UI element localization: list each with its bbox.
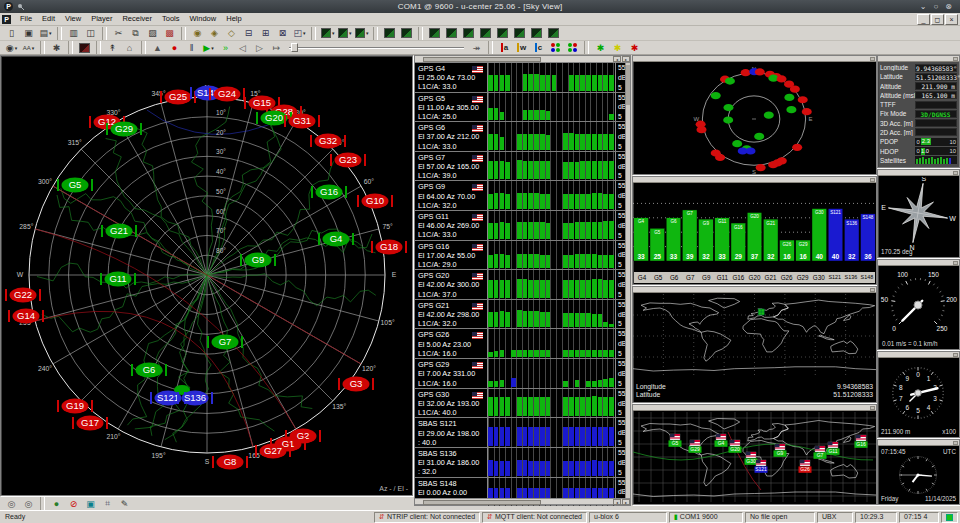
satellite-row-G16[interactable]: GPS G16El 17.00 Az 55.00L1C/A: 29.055dB5 bbox=[415, 240, 630, 270]
no-connection-icon[interactable]: ⊘ bbox=[66, 497, 82, 510]
view-toggle-8-icon[interactable] bbox=[512, 27, 528, 40]
gear-stop-icon[interactable]: ✱ bbox=[627, 41, 643, 54]
pause-icon[interactable]: ‖ bbox=[184, 41, 200, 54]
globe-icon[interactable]: ● bbox=[49, 497, 65, 510]
font-size-icon[interactable]: AA▾ bbox=[21, 41, 37, 54]
view-toggle-7-icon[interactable] bbox=[495, 27, 511, 40]
multi-view-2-icon[interactable] bbox=[565, 41, 581, 54]
new-file-icon[interactable]: ▯ bbox=[4, 27, 20, 40]
mdi-restore-icon[interactable]: ◻ bbox=[931, 14, 944, 25]
view-toggle-10-icon[interactable] bbox=[546, 27, 562, 40]
save-file-icon[interactable]: ▣ bbox=[21, 27, 37, 40]
about-icon[interactable]: ◎ bbox=[4, 497, 20, 510]
menu-tools[interactable]: Tools bbox=[157, 13, 185, 25]
search-down-icon[interactable]: ◇ bbox=[224, 27, 240, 40]
gear-play-icon[interactable]: ✱ bbox=[610, 41, 626, 54]
satellite-row-G7[interactable]: GPS G7El 57.00 Az 165.00L1C/A: 39.055dB5 bbox=[415, 151, 630, 181]
satellite-row-S136[interactable]: SBAS S136El 31.00 Az 186.00: 32.055dB5 bbox=[415, 447, 630, 477]
menu-receiver[interactable]: Receiver bbox=[117, 13, 157, 25]
mdi-close-icon[interactable]: × bbox=[945, 14, 958, 25]
map-view-icon[interactable]: ▾ bbox=[320, 27, 336, 40]
view-toggle-2-icon[interactable] bbox=[399, 27, 415, 40]
cut-icon[interactable]: ✂ bbox=[111, 27, 127, 40]
log-marker-w-icon[interactable]: w bbox=[514, 41, 530, 54]
gear-record-icon[interactable]: ✱ bbox=[593, 41, 609, 54]
horizontal-scrollbar[interactable]: ◂▸ bbox=[415, 498, 630, 505]
panel-grip[interactable] bbox=[633, 177, 876, 183]
satellite-row-G5[interactable]: GPS G5El 11.00 Az 305.00L1C/A: 25.055dB5 bbox=[415, 92, 630, 122]
panel-grip[interactable] bbox=[633, 287, 876, 293]
satellite-row-G21[interactable]: GPS G21El 42.00 Az 298.00L1C/A: 32.055dB… bbox=[415, 299, 630, 329]
step-forward-icon[interactable]: ▷ bbox=[252, 41, 268, 54]
panel-grip[interactable] bbox=[878, 170, 959, 176]
horizontal-scrollbar[interactable]: ◂▸ bbox=[415, 56, 630, 63]
close-icon[interactable]: ⊗ bbox=[945, 2, 952, 11]
messages-view-icon[interactable] bbox=[77, 41, 93, 54]
panel-grip[interactable] bbox=[878, 440, 959, 446]
copy-icon[interactable]: ⧉ bbox=[128, 27, 144, 40]
skip-to-end-icon[interactable]: ↦ bbox=[269, 41, 285, 54]
view-toggle-9-icon[interactable] bbox=[529, 27, 545, 40]
network-icon[interactable]: ⌗ bbox=[100, 497, 116, 510]
mdi-minimize-icon[interactable]: _ bbox=[917, 14, 930, 25]
menu-help[interactable]: Help bbox=[221, 13, 246, 25]
view-toggle-4-icon[interactable] bbox=[444, 27, 460, 40]
satellite-row-G26[interactable]: GPS G26El 5.00 Az 23.00L1C/A: 16.055dB5 bbox=[415, 328, 630, 358]
jump-end-icon[interactable]: ↠ bbox=[469, 41, 485, 54]
panel-grip[interactable] bbox=[878, 56, 959, 62]
tile-vertical-icon[interactable]: ⊞ bbox=[258, 27, 274, 40]
log-marker-a-icon[interactable]: a bbox=[497, 41, 513, 54]
view-toggle-1-icon[interactable] bbox=[382, 27, 398, 40]
satellite-row-S121[interactable]: SBAS S121El 29.00 Az 198.00: 40.055dB5 bbox=[415, 417, 630, 447]
chart-view-icon[interactable]: ▾ bbox=[337, 27, 353, 40]
play-position-slider[interactable] bbox=[289, 43, 464, 52]
menu-player[interactable]: Player bbox=[86, 13, 117, 25]
eject-icon[interactable]: ▲ bbox=[150, 41, 166, 54]
edit-log-icon[interactable]: ✎ bbox=[117, 497, 133, 510]
antenna-icon[interactable]: ↟ bbox=[105, 41, 121, 54]
new-view-icon[interactable]: ◰▾ bbox=[292, 27, 308, 40]
print-icon[interactable]: ▥ bbox=[66, 27, 82, 40]
visibility-icon[interactable]: ◉▾ bbox=[4, 41, 20, 54]
tile-horizontal-icon[interactable]: ⊟ bbox=[241, 27, 257, 40]
satellite-row-G6[interactable]: GPS G6El 37.00 Az 212.00L1C/A: 33.055dB5 bbox=[415, 121, 630, 151]
open-file-icon[interactable]: ▤▾ bbox=[38, 27, 54, 40]
record-icon[interactable]: ● bbox=[167, 41, 183, 54]
pin-icon[interactable] bbox=[17, 3, 25, 11]
view-toggle-6-icon[interactable] bbox=[478, 27, 494, 40]
satellite-row-G4[interactable]: GPS G4El 25.00 Az 73.00L1C/A: 33.055dB5 bbox=[415, 63, 630, 92]
panel-grip[interactable] bbox=[878, 352, 959, 358]
color-settings-icon[interactable]: ▩ bbox=[162, 27, 178, 40]
fast-forward-icon[interactable]: » bbox=[218, 41, 234, 54]
camera-view-icon[interactable]: ▾ bbox=[354, 27, 370, 40]
step-back-icon[interactable]: ◁ bbox=[235, 41, 251, 54]
receiver-config-icon[interactable]: ⌂ bbox=[122, 41, 138, 54]
menu-view[interactable]: View bbox=[60, 13, 86, 25]
satellite-row-G11[interactable]: GPS G11El 46.00 Az 269.00L1C/A: 33.055dB… bbox=[415, 210, 630, 240]
maximize-icon[interactable]: ○ bbox=[933, 2, 938, 11]
search-up-icon[interactable]: ◈ bbox=[207, 27, 223, 40]
view-toggle-3-icon[interactable] bbox=[427, 27, 443, 40]
menu-window[interactable]: Window bbox=[185, 13, 222, 25]
satellite-row-G30[interactable]: GPS G30El 32.00 Az 193.00L1C/A: 40.055dB… bbox=[415, 388, 630, 418]
menu-edit[interactable]: Edit bbox=[37, 13, 60, 25]
satellite-row-G9[interactable]: GPS G9El 64.00 Az 70.00L1C/A: 32.055dB5 bbox=[415, 180, 630, 210]
view-toggle-5-icon[interactable] bbox=[461, 27, 477, 40]
camera-icon[interactable]: ▣ bbox=[83, 497, 99, 510]
satellite-row-G29[interactable]: GPS G29El 7.00 Az 331.00L1C/A: 16.055dB5 bbox=[415, 358, 630, 388]
search-message-icon[interactable]: ◉ bbox=[190, 27, 206, 40]
minimize-icon[interactable]: ⌄ bbox=[920, 2, 927, 11]
log-marker-c-icon[interactable]: c bbox=[531, 41, 547, 54]
vertical-scrollbar[interactable] bbox=[625, 63, 630, 498]
help-icon[interactable]: ◎ bbox=[21, 497, 37, 510]
paste-icon[interactable]: ▨ bbox=[145, 27, 161, 40]
satellite-row-G20[interactable]: GPS G20El 42.00 Az 300.00L1C/A: 37.055dB… bbox=[415, 269, 630, 299]
panel-grip[interactable] bbox=[878, 260, 959, 266]
print-preview-icon[interactable]: ◫ bbox=[83, 27, 99, 40]
panel-grip[interactable] bbox=[633, 56, 876, 62]
panel-grip[interactable] bbox=[633, 405, 876, 411]
menu-file[interactable]: File bbox=[15, 13, 37, 25]
multi-view-1-icon[interactable] bbox=[548, 41, 564, 54]
play-icon[interactable]: ▶▾ bbox=[201, 41, 217, 54]
close-view-icon[interactable]: ⊠ bbox=[275, 27, 291, 40]
